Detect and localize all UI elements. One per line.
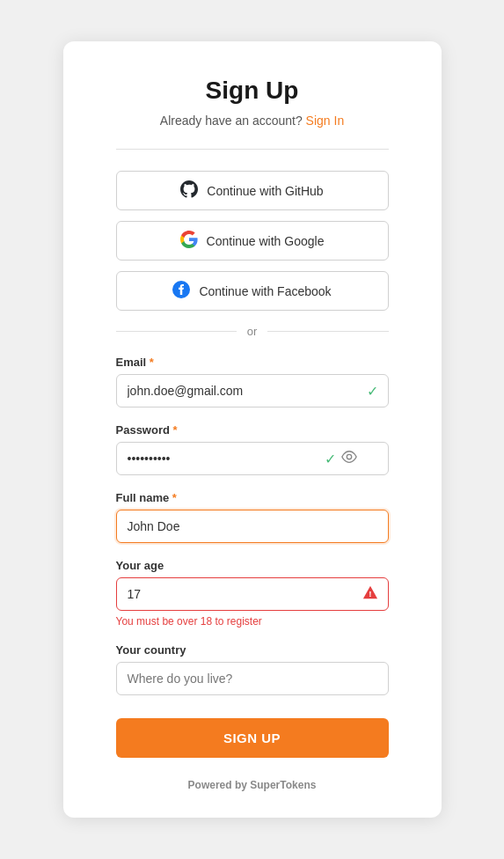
country-input-wrapper: [116, 662, 389, 695]
signup-card: Sign Up Already have an account? Sign In…: [63, 41, 442, 818]
fullname-field-group: Full name *: [116, 491, 389, 543]
brand-name: SuperTokens: [250, 779, 316, 791]
email-label: Email *: [116, 356, 389, 369]
fullname-label: Full name *: [116, 491, 389, 504]
github-button[interactable]: Continue with GitHub: [116, 171, 389, 210]
email-check-icon: ✓: [367, 383, 378, 400]
password-field-group: Password * ✓: [116, 423, 389, 475]
google-label: Continue with Google: [207, 234, 325, 248]
github-icon: [180, 180, 198, 201]
email-field-group: Email * ✓: [116, 356, 389, 407]
age-field-group: Your age ! You must be over 18 to regist…: [116, 559, 389, 628]
github-label: Continue with GitHub: [207, 184, 323, 198]
country-input[interactable]: [116, 662, 389, 695]
facebook-icon: [172, 281, 190, 301]
age-label: Your age: [116, 559, 389, 572]
svg-text:!: !: [369, 589, 371, 598]
email-input[interactable]: [116, 374, 389, 407]
svg-point-1: [347, 454, 351, 459]
country-label: Your country: [116, 643, 389, 657]
google-button[interactable]: Continue with Google: [116, 221, 389, 261]
password-check-icon: ✓: [325, 451, 336, 467]
google-icon: [180, 231, 198, 251]
password-input-wrapper: ✓: [116, 442, 389, 475]
facebook-label: Continue with Facebook: [199, 284, 331, 298]
top-divider: [116, 149, 389, 150]
password-label: Password *: [116, 423, 389, 437]
signin-link[interactable]: Sign In: [306, 114, 345, 128]
or-divider: or: [116, 325, 389, 338]
country-field-group: Your country: [116, 643, 389, 695]
signup-button[interactable]: SIGN UP: [116, 718, 389, 758]
facebook-button[interactable]: Continue with Facebook: [116, 271, 389, 311]
toggle-password-icon[interactable]: [341, 449, 357, 468]
signin-prompt: Already have an account? Sign In: [116, 114, 389, 128]
powered-by-text: Powered by SuperTokens: [116, 779, 389, 791]
age-error-icon: !: [362, 584, 378, 604]
age-error-text: You must be over 18 to register: [116, 615, 389, 628]
age-input[interactable]: [116, 577, 389, 611]
age-input-wrapper: !: [116, 577, 389, 611]
page-title: Sign Up: [116, 77, 389, 105]
email-input-wrapper: ✓: [116, 374, 389, 407]
fullname-input-wrapper: [116, 510, 389, 543]
fullname-input[interactable]: [116, 510, 389, 543]
